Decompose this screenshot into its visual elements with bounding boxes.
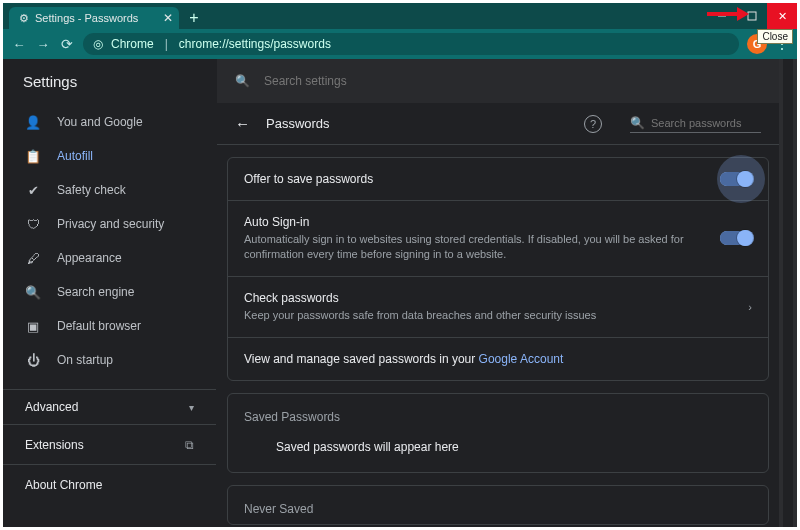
google-account-link[interactable]: Google Account bbox=[479, 352, 564, 366]
maximize-button[interactable] bbox=[737, 3, 767, 29]
sidebar-extensions[interactable]: Extensions ⧉ bbox=[3, 425, 216, 465]
search-icon: 🔍 bbox=[235, 74, 250, 88]
omnibox-separator: | bbox=[165, 37, 168, 51]
external-link-icon: ⧉ bbox=[185, 438, 194, 452]
sidebar-item-label: Default browser bbox=[57, 319, 141, 333]
minimize-button[interactable] bbox=[707, 3, 737, 29]
reload-button[interactable]: ⟳ bbox=[59, 36, 75, 52]
close-tab-icon[interactable]: ✕ bbox=[163, 11, 173, 25]
check-passwords-row[interactable]: Check passwords Keep your passwords safe… bbox=[228, 276, 768, 337]
nav-forward-button[interactable]: → bbox=[35, 37, 51, 52]
check-passwords-title: Check passwords bbox=[244, 291, 748, 305]
search-icon: 🔍 bbox=[25, 285, 41, 300]
settings-header: Settings bbox=[3, 59, 216, 103]
sidebar-item-you-and-google[interactable]: 👤You and Google bbox=[3, 105, 216, 139]
offer-save-toggle[interactable] bbox=[720, 172, 752, 186]
never-saved-label: Never Saved bbox=[228, 486, 768, 524]
passwords-search[interactable]: 🔍 bbox=[630, 114, 761, 133]
page-back-button[interactable]: ← bbox=[235, 115, 250, 132]
nav-back-button[interactable]: ← bbox=[11, 37, 27, 52]
tab-title: Settings - Passwords bbox=[35, 12, 138, 24]
svg-rect-1 bbox=[748, 12, 756, 20]
never-saved-card: Never Saved bbox=[227, 485, 769, 525]
browser-icon: ▣ bbox=[25, 319, 41, 334]
offer-save-label: Offer to save passwords bbox=[244, 172, 720, 186]
sidebar-advanced-toggle[interactable]: Advanced ▾ bbox=[3, 389, 216, 425]
sidebar-item-label: Autofill bbox=[57, 149, 93, 163]
address-bar[interactable]: ◎ Chrome | chrome://settings/passwords bbox=[83, 33, 739, 55]
maximize-icon bbox=[747, 11, 757, 21]
vertical-scrollbar[interactable] bbox=[779, 59, 797, 527]
sidebar-item-safety-check[interactable]: ✔Safety check bbox=[3, 173, 216, 207]
page-header: ← Passwords ? 🔍 bbox=[217, 103, 779, 145]
check-passwords-desc: Keep your passwords safe from data breac… bbox=[244, 308, 748, 323]
manage-prefix: View and manage saved passwords in your bbox=[244, 352, 479, 366]
omnibox-host: Chrome bbox=[111, 37, 154, 51]
saved-passwords-label: Saved Passwords bbox=[228, 394, 768, 432]
autofill-icon: 📋 bbox=[25, 149, 41, 164]
close-tooltip: Close bbox=[757, 29, 793, 44]
sidebar-item-default-browser[interactable]: ▣Default browser bbox=[3, 309, 216, 343]
close-icon: ✕ bbox=[778, 10, 787, 23]
about-label: About Chrome bbox=[25, 478, 102, 492]
settings-sidebar: Settings 👤You and Google 📋Autofill ✔Safe… bbox=[3, 59, 217, 527]
window-close-button[interactable]: ✕ bbox=[767, 3, 797, 29]
passwords-settings-card: Offer to save passwords Auto Sign-in Aut… bbox=[227, 157, 769, 381]
chrome-logo-icon: ◎ bbox=[93, 37, 103, 51]
sidebar-item-privacy[interactable]: 🛡Privacy and security bbox=[3, 207, 216, 241]
person-icon: 👤 bbox=[25, 115, 41, 130]
settings-search-bar[interactable]: 🔍 bbox=[217, 59, 779, 103]
sidebar-item-label: You and Google bbox=[57, 115, 143, 129]
omnibox-path: chrome://settings/passwords bbox=[179, 37, 331, 51]
sidebar-item-appearance[interactable]: 🖊Appearance bbox=[3, 241, 216, 275]
sidebar-item-search-engine[interactable]: 🔍Search engine bbox=[3, 275, 216, 309]
safety-check-icon: ✔ bbox=[25, 183, 41, 198]
help-button[interactable]: ? bbox=[584, 115, 602, 133]
browser-tab[interactable]: ⚙ Settings - Passwords ✕ bbox=[9, 7, 179, 29]
auto-signin-toggle[interactable] bbox=[720, 231, 752, 245]
minimize-icon bbox=[717, 11, 727, 21]
passwords-search-input[interactable] bbox=[651, 117, 761, 129]
sidebar-item-label: Privacy and security bbox=[57, 217, 164, 231]
advanced-label: Advanced bbox=[25, 400, 78, 414]
saved-passwords-card: Saved Passwords Saved passwords will app… bbox=[227, 393, 769, 473]
power-icon: ⏻ bbox=[25, 353, 41, 368]
appearance-icon: 🖊 bbox=[25, 251, 41, 266]
sidebar-about-chrome[interactable]: About Chrome bbox=[3, 465, 216, 505]
auto-signin-row: Auto Sign-in Automatically sign in to we… bbox=[228, 200, 768, 276]
sidebar-item-autofill[interactable]: 📋Autofill bbox=[3, 139, 216, 173]
search-icon: 🔍 bbox=[630, 116, 645, 130]
extensions-label: Extensions bbox=[25, 438, 84, 452]
titlebar-region: ⚙ Settings - Passwords ✕ + ✕ bbox=[3, 3, 797, 29]
shield-icon: 🛡 bbox=[25, 217, 41, 232]
gear-icon: ⚙ bbox=[19, 12, 29, 25]
saved-passwords-empty: Saved passwords will appear here bbox=[228, 432, 768, 472]
chevron-right-icon: › bbox=[748, 301, 752, 313]
sidebar-item-label: Search engine bbox=[57, 285, 134, 299]
sidebar-item-on-startup[interactable]: ⏻On startup bbox=[3, 343, 216, 377]
page-title: Passwords bbox=[266, 116, 330, 131]
toolbar: ← → ⟳ ◎ Chrome | chrome://settings/passw… bbox=[3, 29, 797, 59]
chevron-down-icon: ▾ bbox=[189, 402, 194, 413]
main-panel: 🔍 ← Passwords ? 🔍 bbox=[217, 59, 779, 527]
auto-signin-desc: Automatically sign in to websites using … bbox=[244, 232, 720, 262]
auto-signin-title: Auto Sign-in bbox=[244, 215, 720, 229]
offer-save-row: Offer to save passwords bbox=[228, 158, 768, 200]
manage-passwords-row: View and manage saved passwords in your … bbox=[228, 337, 768, 380]
sidebar-item-label: Safety check bbox=[57, 183, 126, 197]
sidebar-item-label: Appearance bbox=[57, 251, 122, 265]
settings-search-input[interactable] bbox=[264, 74, 761, 88]
sidebar-item-label: On startup bbox=[57, 353, 113, 367]
new-tab-button[interactable]: + bbox=[183, 7, 205, 29]
